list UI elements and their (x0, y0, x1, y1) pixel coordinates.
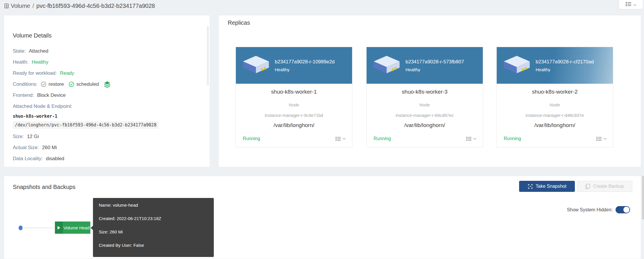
replica-instance-manager: instance-manager-r-69cd97ec (367, 113, 483, 118)
replica-node-label: Node (367, 102, 483, 107)
replica-health: Healthy (275, 67, 335, 72)
replica-status: Running (504, 136, 521, 141)
volume-details-panel: Volume Details State: Attached Health: H… (4, 15, 210, 167)
ready-label: Ready for workload: (13, 70, 57, 76)
chevron-down-icon (603, 138, 607, 140)
detail-row-endpoint-label: Attached Node & Endpoint: (13, 101, 203, 112)
play-icon (55, 222, 63, 234)
replica-menu-button[interactable] (336, 137, 346, 141)
chevron-down-icon (342, 138, 346, 140)
replica-card-header: b234177a9028-r-573fb807 Healthy (367, 47, 483, 84)
endpoint-label: Attached Node & Endpoint: (13, 103, 72, 109)
detail-row-access-mode: Access Mode: ReadWriteOnce (13, 165, 203, 167)
detail-row-state: State: Attached (13, 46, 203, 57)
detail-row-frontend: Frontend: Block Device (13, 90, 203, 101)
volume-operations-menu-button[interactable] (619, 0, 643, 9)
breadcrumb: Volume / pvc-fb16f593-496d-4c56-b3d2-b23… (4, 1, 155, 10)
frontend-label: Frontend: (13, 92, 34, 98)
replica-data-path: /var/lib/longhorn/ (236, 122, 352, 128)
breadcrumb-section[interactable]: Volume (11, 3, 30, 9)
replica-instance-manager: instance-manager-r-d46c937e (497, 113, 613, 118)
disk-3d-icon (242, 56, 270, 75)
list-icon (466, 137, 472, 141)
replicas-panel: Replicas b234177a9028-r-10989e2d Healthy (218, 15, 641, 167)
replica-menu-button[interactable] (466, 137, 476, 141)
backup-copy-icon (585, 184, 591, 189)
condition-restore[interactable]: restore (41, 81, 64, 87)
condition-scheduled[interactable]: scheduled (69, 81, 99, 87)
ready-value: Ready (60, 70, 74, 76)
create-backup-button[interactable]: Create Backup (577, 181, 632, 192)
state-label: State: (13, 48, 26, 54)
detail-row-actual-size: Actual Size: 260 Mi (13, 142, 203, 153)
breadcrumb-separator: / (33, 3, 34, 9)
replica-card-header: b234177a9028-r-10989e2d Healthy (236, 47, 352, 84)
conditions-label: Conditions: (13, 81, 37, 87)
replica-node-label: Node (236, 102, 352, 107)
show-system-hidden-row: Show System Hidden: (567, 206, 630, 213)
snapshot-timeline-line (22, 228, 55, 228)
check-circle-gray-icon (41, 81, 46, 87)
health-label: Health: (13, 59, 28, 65)
replica-card-header: b234177a9028-r-cf2170ad Healthy (497, 47, 613, 84)
tooltip-size: Size: 260 Mi (99, 229, 208, 235)
list-icon (596, 137, 602, 141)
snapshots-title: Snapshots and Backups (13, 184, 76, 190)
volume-head-tooltip: Name: volume-head Created: 2022-06-21T10… (93, 198, 214, 257)
replica-card-body: shuo-k8s-worker-3 Node instance-manager-… (367, 84, 483, 147)
detail-row-data-locality: Data Locality: disabled (13, 153, 203, 164)
size-value: 12 Gi (27, 134, 39, 140)
details-scrollbar-thumb[interactable] (207, 26, 209, 85)
replica-name: b234177a9028-r-cf2170ad (536, 59, 594, 65)
show-system-hidden-toggle[interactable] (616, 206, 630, 213)
state-value: Attached (29, 48, 48, 54)
data-locality-label: Data Locality: (13, 156, 43, 162)
replica-node-name: shuo-k8s-worker-3 (367, 84, 483, 95)
replica-data-path: /var/lib/longhorn/ (367, 122, 483, 128)
chevron-down-icon (473, 138, 476, 140)
replica-health: Healthy (406, 67, 464, 72)
replica-health: Healthy (536, 67, 594, 72)
replicas-title: Replicas (228, 19, 250, 26)
replica-node-label: Node (497, 102, 613, 107)
actual-size-label: Actual Size: (13, 145, 39, 151)
toggle-knob (623, 207, 629, 213)
tooltip-name: Name: volume-head (99, 202, 208, 208)
replica-card: b234177a9028-r-573fb807 Healthy shuo-k8s… (366, 47, 483, 147)
replica-card: b234177a9028-r-10989e2d Healthy shuo-k8s… (236, 47, 352, 147)
data-locality-value: disabled (46, 156, 64, 162)
health-value: Healthy (32, 59, 49, 65)
volume-details-title: Volume Details (13, 32, 51, 39)
detail-row-size: Size: 12 Gi (13, 131, 203, 142)
replica-menu-button[interactable] (596, 137, 607, 141)
volume-details-rows: State: Attached Health: Healthy Ready fo… (13, 46, 203, 167)
replica-data-path: /var/lib/longhorn/ (497, 122, 613, 128)
actual-size-value: 260 Mi (42, 145, 57, 151)
replica-instance-manager: instance-manager-r-9c4e71bd (236, 113, 352, 118)
detail-row-ready: Ready for workload: Ready (13, 68, 203, 79)
list-icon (336, 137, 341, 141)
chevron-down-icon (633, 2, 636, 7)
list-icon (626, 2, 632, 8)
volume-head-button[interactable]: Volume Head (55, 222, 90, 234)
breadcrumb-volume-name: pvc-fb16f593-496d-4c56-b3d2-b234177a9028 (36, 3, 155, 9)
take-snapshot-button[interactable]: Take Snapshot (519, 181, 575, 192)
disk-3d-icon (373, 56, 400, 75)
detail-row-conditions: Conditions: restore scheduled (13, 79, 203, 90)
tooltip-created-by-user: Created By User: False (99, 242, 208, 248)
replica-node-name: shuo-k8s-worker-2 (497, 84, 613, 95)
replica-node-name: shuo-k8s-worker-1 (236, 84, 352, 95)
snapshot-frame-icon (528, 184, 533, 189)
page-scrollbar-thumb[interactable] (642, 176, 644, 219)
replica-status: Running (374, 136, 391, 141)
volume-icon (4, 3, 10, 9)
disk-3d-icon (503, 56, 530, 75)
detail-row-health: Health: Healthy (13, 57, 203, 68)
tooltip-created: Created: 2022-06-21T10:23:18Z (99, 215, 208, 222)
frontend-value: Block Device (37, 92, 66, 98)
longhorn-volume-detail-page: Volume / pvc-fb16f593-496d-4c56-b3d2-b23… (0, 0, 644, 259)
attached-node-value: shuo-k8s-worker-1 (13, 112, 203, 121)
tooltip-arrow-left (91, 226, 93, 230)
layers-icon (104, 81, 111, 88)
replica-card-body: shuo-k8s-worker-2 Node instance-manager-… (497, 84, 613, 147)
